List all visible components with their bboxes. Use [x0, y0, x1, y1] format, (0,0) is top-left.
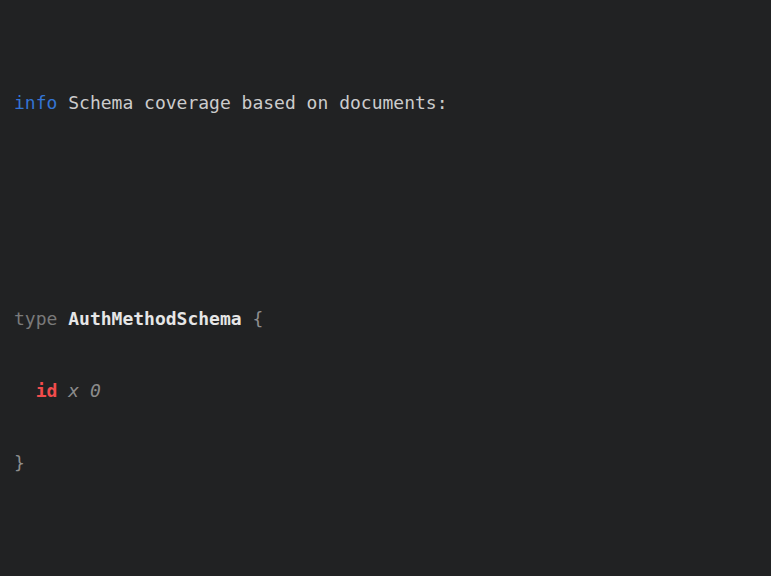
info-label: info	[14, 92, 57, 113]
close-brace: }	[14, 452, 25, 473]
info-line: info Schema coverage based on documents:	[14, 91, 757, 115]
blank-line	[14, 547, 757, 571]
open-brace: {	[252, 308, 263, 329]
field-count: x 0	[68, 380, 101, 401]
field-name: id	[36, 380, 58, 401]
type-name: AuthMethodSchema	[68, 308, 241, 329]
type-keyword: type	[14, 308, 57, 329]
blank-line	[14, 187, 757, 211]
field-line: id x 0	[14, 379, 757, 403]
type-header-line: type AuthMethodSchema {	[14, 307, 757, 331]
info-message: Schema coverage based on documents:	[68, 92, 447, 113]
terminal-output: info Schema coverage based on documents:…	[0, 0, 771, 576]
block-close-line: }	[14, 451, 757, 475]
